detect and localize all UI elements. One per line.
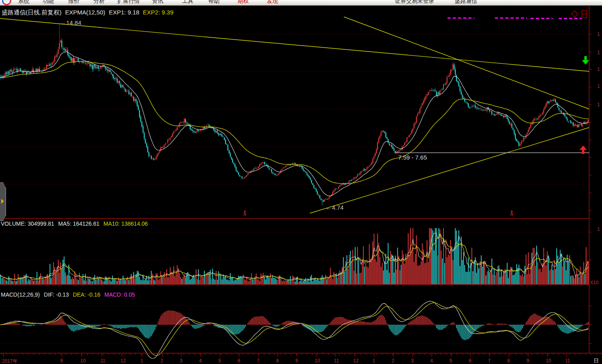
volume-ma10-value: MA10: 138614.06	[104, 220, 148, 227]
macd-value: MACD: 0.05	[104, 291, 135, 298]
date-ticks	[2, 353, 602, 357]
date-label-1: 2017年	[2, 358, 18, 364]
date-label-3: 10	[80, 358, 85, 364]
sidebar-expand-handle[interactable]	[0, 182, 6, 221]
indicator-name: EXPMA(12,50)	[65, 9, 105, 16]
date-label-6: 1	[140, 358, 143, 364]
app-window: 系统功能报价分析扩展行情资讯工具帮助期权发现证券交易未登录盛路通信 盛路通信(日…	[0, 0, 602, 364]
price-axis-label-4: 1	[597, 83, 600, 89]
volume-pane-header: VOLUME: 304999.81MA5: 164126.61MA10: 138…	[1, 220, 152, 227]
chart-canvas	[0, 0, 602, 364]
price-axis-label-2: 1	[597, 50, 600, 55]
exp2-value: EXP2: 9.39	[143, 9, 173, 16]
trough-price-label: ←4.74	[326, 204, 344, 211]
expand-arrow-icon	[1, 199, 4, 204]
date-label-8: 3	[180, 358, 183, 364]
main-pane-header: 盛路通信(日线.前复权)EXPMA(12,50)EXP1: 9.18EXP2: …	[2, 9, 177, 16]
period-day-label[interactable]: 日	[594, 357, 599, 364]
trendline-1	[0, 18, 589, 71]
price-axis-label-1: 1	[597, 31, 600, 37]
date-label-7: 2	[161, 358, 163, 364]
volume-value: VOLUME: 304999.81	[1, 220, 54, 227]
ex-dividend-marker-1[interactable]: ▲S	[243, 210, 246, 215]
macd-pane-header: MACD(12,26,9)DIF: -0.13DEA: -0.16MACD: 0…	[1, 291, 139, 298]
frame-axes	[0, 5, 602, 353]
volume-axis-label: 1	[597, 226, 600, 232]
date-label-2: 9	[60, 358, 63, 364]
price-axis-label-3: 1	[597, 67, 600, 72]
volume-bars	[0, 228, 588, 284]
macd-indicator-name: MACD(12,26,9)	[1, 291, 40, 298]
date-label-27: 10	[546, 358, 551, 364]
diamond-icon	[571, 11, 578, 17]
dif-value: DIF: -0.13	[44, 291, 69, 298]
date-label-15: 10	[315, 358, 320, 364]
exp1-line	[0, 52, 588, 196]
date-label-22: 5	[449, 358, 452, 364]
date-label-12: 7	[257, 358, 260, 364]
date-label-19: 2	[392, 358, 395, 364]
date-label-4: 11	[100, 358, 105, 364]
price-axis-label-5: 1	[597, 102, 600, 107]
date-label-23: 6	[469, 358, 472, 364]
candles	[0, 24, 588, 205]
volume-unit-label: X10	[590, 280, 598, 285]
date-label-11: 6	[238, 358, 240, 364]
exp2-line	[0, 62, 588, 184]
exp1-value: EXP1: 9.18	[109, 9, 139, 16]
drawing-annotations[interactable]	[0, 10, 589, 213]
date-label-21: 4	[430, 358, 433, 364]
date-label-24: 7	[488, 358, 491, 364]
date-label-5: 12	[120, 358, 126, 364]
date-label-18: 1	[372, 358, 375, 364]
date-label-9: 4	[199, 358, 202, 364]
down-arrow-annotation	[582, 56, 589, 65]
date-label-26: 9	[527, 358, 529, 364]
volume-ma5-value: MA5: 164126.61	[58, 220, 100, 227]
symbol-title: 盛路通信(日线.前复权)	[2, 9, 61, 16]
date-label-13: 8	[276, 358, 279, 364]
date-label-25: 8	[507, 358, 510, 364]
date-label-28: 11	[565, 358, 570, 364]
trendline-2	[344, 17, 589, 109]
date-label-14: 9	[295, 358, 298, 364]
macd-plot	[0, 301, 588, 358]
dea-value: DEA: -0.16	[73, 291, 100, 298]
date-label-17: 12	[353, 358, 358, 364]
ex-dividend-marker-2[interactable]: ▲S	[510, 210, 513, 215]
range-price-label: 7.59 - 7.65	[398, 154, 427, 161]
peak-price-label: ←14.84	[60, 19, 81, 26]
trendline-3	[310, 127, 589, 213]
date-label-10: 5	[218, 358, 221, 364]
date-label-16: 11	[334, 358, 339, 364]
date-label-20: 3	[411, 358, 414, 364]
